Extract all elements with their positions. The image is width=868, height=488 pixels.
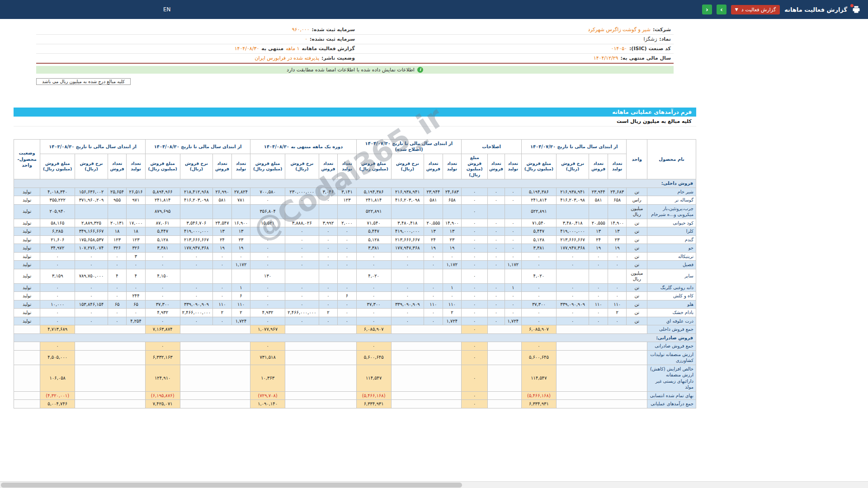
product-row: کلزاتن۱۳۱۳۴۱۹,۰۰۰,۰۰۰۵,۴۴۷۰۰۰۱۳۱۳۴۱۹,۰۰۰… (14, 227, 696, 236)
value-cell: ۲۳,۹۴۴ (589, 188, 608, 196)
value-cell: ۲ (608, 309, 627, 317)
value-cell: ۱ (231, 283, 250, 292)
publisher-status-field: وضعیت ناشر: پذیرفته شده در فرابورس ایران (39, 55, 355, 62)
empty-cell (75, 391, 146, 400)
value-cell: ۰ (589, 292, 608, 300)
total-amount-cell: ۱,۰۹۰,۱۴۰ (250, 400, 285, 408)
value-cell: ۳۳۹,۰۹۰,۹۰۹ (180, 300, 213, 309)
value-cell: ۱۱۰ (589, 300, 608, 309)
value-cell (285, 204, 319, 219)
total-row: جمع درآمدهای عملیاتی۶,۳۳۴,۹۳۱۰۶,۳۳۴,۹۳۱۱… (14, 400, 696, 408)
value-cell: ۰ (213, 252, 232, 261)
value-cell (488, 269, 505, 283)
value-cell: ۲۰,۵۵۵ (424, 219, 443, 227)
value-cell: ۱۵۶,۶۳۶,۰۰۲ (75, 188, 108, 196)
value-cell: ۱۷,۰۰۰ (127, 219, 146, 227)
value-cell (180, 204, 213, 219)
value-cell: ۰ (608, 317, 627, 325)
value-cell: ۳۲۶ (127, 244, 146, 253)
value-cell: ۰ (285, 244, 319, 253)
total-amount-cell: ۵,۶۰۰,۶۴۵ (356, 350, 391, 365)
value-cell: ۰ (108, 283, 127, 292)
value-cell: ۰ (250, 235, 285, 244)
value-cell: ۰ (285, 227, 319, 236)
nav-prev-button[interactable]: ‹ (702, 5, 712, 14)
value-cell: ۴ (108, 269, 127, 283)
column-subheader: نرخ فروش (ریال) (556, 154, 589, 179)
value-cell: ۰ (505, 219, 521, 227)
value-cell: ۰ (424, 292, 443, 300)
publisher-status-value: پذیرفته شده در فرابورس ایران (255, 55, 319, 62)
nav-next-button[interactable]: › (717, 5, 726, 14)
value-cell: ۰ (462, 196, 488, 205)
total-amount-cell: ۶,۰۸۵,۹۰۷ (521, 325, 556, 334)
value-cell: ۰ (356, 261, 391, 269)
column-group-header: دوره یک ماهه منتهی به ۱۴۰۴/۰۸/۳۰ (250, 139, 357, 154)
value-cell: ۹۷۱ (127, 196, 146, 205)
value-cell: ۰ (556, 317, 589, 325)
empty-cell (556, 365, 647, 391)
value-cell (231, 204, 250, 219)
report-period-middle: منتهی به (261, 45, 283, 52)
printer-icon[interactable] (852, 5, 861, 14)
section-label: فروش داخلی: (14, 179, 696, 188)
value-cell: ۰ (338, 235, 357, 244)
value-cell (443, 269, 462, 283)
value-cell: ۰ (213, 261, 232, 269)
value-cell: ۰ (250, 283, 285, 292)
horizontal-scrollbar-thumb[interactable] (1, 483, 462, 488)
unit-cell: تن (627, 219, 647, 227)
value-cell: ۲۱۳,۶۶۶,۶۶۷ (180, 235, 213, 244)
horizontal-scrollbar[interactable] (0, 481, 868, 488)
value-cell: ۰ (180, 261, 213, 269)
total-amount-cell: ۰ (145, 342, 180, 351)
report-type-dropdown[interactable]: گزارش فعالیت د ▼ (731, 5, 780, 14)
value-cell (505, 204, 521, 219)
value-cell: ۱۹ (424, 244, 443, 253)
unit-cell: تن (627, 292, 647, 300)
empty-cell (391, 325, 462, 334)
value-cell: ۸۷۹,۶۹۵ (145, 204, 180, 219)
value-cell: ۰ (462, 188, 488, 196)
value-cell: ۱,۱۷۲ (505, 261, 521, 269)
value-cell: ۲۱۶,۹۳۸,۹۴۱ (391, 188, 424, 196)
value-cell: ۵,۱۲۸ (356, 235, 391, 244)
empty-cell (285, 350, 357, 365)
total-amount-cell: ۱۲۴,۹۱۰ (145, 365, 180, 391)
top-navbar: گزارش فعالیت ماهانه گزارش فعالیت د ▼ › ‹… (0, 0, 868, 19)
value-cell: ۳۲۶ (108, 244, 127, 253)
value-cell: ۰ (608, 292, 627, 300)
value-cell (589, 269, 608, 283)
column-group-header: از ابتدای سال مالی تا تاریخ ۱۴۰۴/۰۸/۳۰ (145, 139, 250, 154)
column-subheader: مبلغ فروش (میلیون ریال) (462, 154, 488, 179)
value-cell (556, 269, 589, 283)
column-subheader: مبلغ فروش (میلیون ریال) (40, 154, 75, 179)
status-cell: تولید (14, 204, 40, 219)
product-row: سایرمیلیون ریال۴,۰۲۰۰۴,۰۲۰۱۳۰۴,۱۵۰۴۴۷۸۹,… (14, 269, 696, 283)
value-cell: ۰ (462, 300, 488, 309)
product-row: کاه و کلشتن۰۰۰۰۰۰۰۰۰۰۰۶۰۰۰۶۰۰۰۲۴۴۰۰۰تولی… (14, 292, 696, 300)
value-cell: ۲۴ (424, 235, 443, 244)
product-name-cell: شیر خام (647, 188, 696, 196)
chevron-down-icon: ▼ (735, 7, 738, 12)
table-group-header-row: نام محصولواحداز ابتدای سال مالی تا تاریخ… (14, 139, 696, 154)
unregistered-capital-label: سرمایه ثبت نشده: (310, 36, 355, 43)
table-subheader-row: تعداد تولیدتعداد فروشنرخ فروش (ریال)مبلغ… (14, 154, 696, 179)
empty-cell (180, 342, 250, 351)
language-toggle-en[interactable]: EN (163, 6, 171, 13)
value-cell: ۰ (521, 292, 556, 300)
value-cell: ۰ (285, 292, 319, 300)
value-cell: ۰ (462, 283, 488, 292)
unit-cell: میلیون ریال (627, 204, 647, 219)
column-header-unit: واحد (627, 139, 647, 179)
value-cell: ۰ (40, 283, 75, 292)
value-cell: ۰ (505, 227, 521, 236)
value-cell: ۰ (180, 252, 213, 261)
value-cell: ۵۸۱ (213, 196, 232, 205)
value-cell: ۱۱۰ (443, 300, 462, 309)
value-cell (285, 269, 319, 283)
product-row: چرب،پروتئین،بار میکروبی و...ه شیرخاممیلی… (14, 204, 696, 219)
value-cell: ۰ (462, 292, 488, 300)
value-cell: ۳۵۶,۸۰۴ (250, 204, 285, 219)
unit-cell: تن (627, 252, 647, 261)
